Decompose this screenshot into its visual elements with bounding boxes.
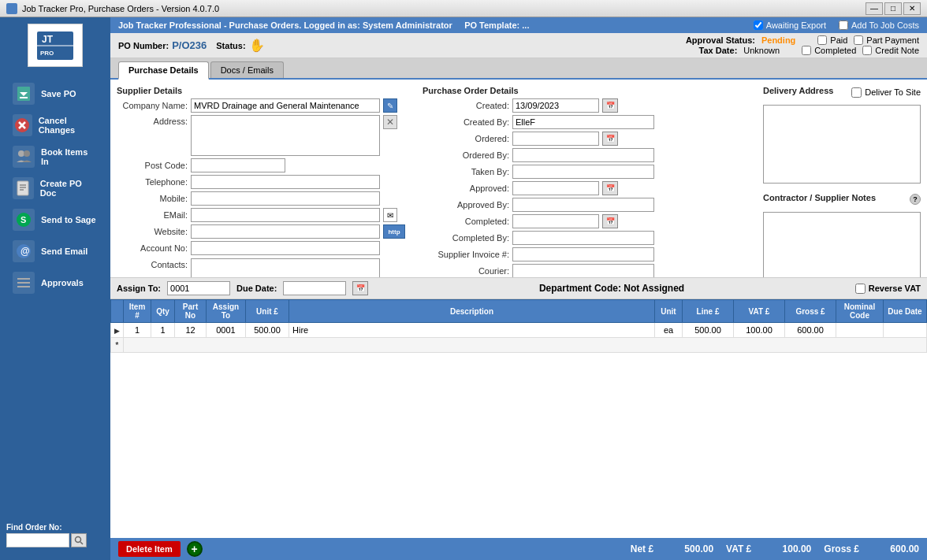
maximize-button[interactable]: □ [884,2,902,15]
taken-by-input[interactable] [512,165,654,179]
tab-purchase-details[interactable]: Purchase Details [118,61,209,80]
mobile-input[interactable] [191,191,380,206]
assign-to-label: Assign To: [117,284,161,293]
sidebar-item-sage[interactable]: S Send to Sage [8,206,102,234]
row-assign: 0001 [207,323,246,338]
add-to-job-costs-checkbox[interactable] [839,20,848,30]
reverse-vat-group: Reverse VAT [855,284,921,294]
completed-by-input[interactable] [512,231,654,245]
courier-input[interactable] [512,264,654,277]
clear-address-icon[interactable]: ✕ [383,115,397,129]
footer-bar: Delete Item + Net £ 500.00 VAT £ 100.00 … [110,538,927,560]
created-input[interactable] [512,98,599,113]
svg-rect-22 [17,286,30,287]
title-bar: Job Tracker Pro, Purchase Orders - Versi… [0,0,927,17]
row-description: Hire [289,323,655,338]
telephone-input[interactable] [191,175,380,189]
sidebar-label-sage: Send to Sage [41,215,96,224]
approved-by-label: Approved By: [423,200,509,210]
deliver-to-site-checkbox[interactable] [851,87,862,98]
sage-icon: S [13,209,35,231]
dept-code-label: Department Code: Not Assigned [374,283,848,294]
sidebar-item-cancel[interactable]: Cancel Changes [8,111,102,139]
postcode-input[interactable] [191,158,285,172]
minimize-button[interactable]: — [866,2,883,15]
postcode-label: Post Code: [117,161,188,170]
sidebar-item-approvals[interactable]: Approvals [8,269,102,297]
sidebar-item-save-po[interactable]: Save PO [8,80,102,108]
svg-line-24 [80,542,83,544]
find-order-button[interactable] [71,533,87,547]
delete-item-button[interactable]: Delete Item [118,541,181,557]
delivery-address-box[interactable] [763,105,921,184]
account-no-input[interactable] [191,241,380,255]
website-input[interactable] [191,224,380,239]
notes-box[interactable] [763,212,921,277]
edit-company-icon[interactable]: ✎ [383,98,397,113]
created-by-input[interactable] [512,115,654,129]
vat-value: 100.00 [764,543,811,554]
approved-label: Approved: [423,184,509,193]
svg-text:S: S [20,215,26,224]
completed-label: Completed: [423,217,509,226]
approved-cal-button[interactable]: 📅 [602,181,618,195]
sidebar-label-approvals: Approvals [41,278,84,287]
row-arrow: ▶ [111,323,124,338]
paid-checkbox[interactable] [817,35,827,45]
status-label: Status: [216,41,245,50]
awaiting-export-group: Awaiting Export [754,20,826,30]
save-po-icon [13,83,35,105]
tab-bar: Purchase Details Docs / Emails [110,58,927,80]
completed-by-label: Completed By: [423,233,509,243]
find-order-input[interactable] [6,533,69,547]
due-date-input[interactable] [283,281,346,295]
email-input[interactable] [191,208,380,222]
sidebar-item-send-email[interactable]: @ Send Email [8,237,102,265]
credit-note-checkbox[interactable] [862,46,872,55]
content-area: Job Tracker Professional - Purchase Orde… [110,17,927,560]
company-name-input[interactable] [191,98,380,113]
completed-input[interactable] [512,214,599,228]
sidebar-label-send-email: Send Email [41,247,87,256]
due-date-cal-button[interactable]: 📅 [352,281,368,295]
awaiting-export-checkbox[interactable] [754,20,763,30]
svg-point-23 [76,537,81,543]
notes-help-button[interactable]: ? [910,194,921,205]
http-icon[interactable]: http [383,224,405,239]
col-vat: VAT £ [734,300,785,323]
reverse-vat-checkbox[interactable] [855,284,866,294]
row-qty: 1 [151,323,175,338]
approvals-icon [13,272,35,294]
completed-cal-button[interactable]: 📅 [602,214,618,228]
gross-value: 600.00 [872,543,919,554]
find-order-label: Find Order No: [6,523,104,532]
tab-docs-emails[interactable]: Docs / Emails [210,61,284,78]
close-button[interactable]: ✕ [903,2,921,15]
table-row[interactable]: ▶ 1 1 12 0001 500.00 Hire ea 500.00 100.… [111,323,927,338]
sidebar-item-book-items[interactable]: Book Items In [8,143,102,171]
assign-to-input[interactable] [167,281,230,295]
approved-input[interactable] [512,181,599,195]
sidebar-item-create-po[interactable]: Create PO Doc [8,174,102,202]
deliver-to-site-label: Deliver To Site [865,87,921,97]
create-po-icon [13,177,34,199]
sidebar-label-book-items: Book Items In [41,147,98,166]
send-email-icon[interactable]: ✉ [383,208,397,222]
po-table: Item # Qty Part No Assign To Unit £ Desc… [110,299,927,353]
row-gross: 600.00 [785,323,836,338]
contacts-input[interactable] [191,258,380,277]
ordered-cal-button[interactable]: 📅 [602,132,618,146]
address-input[interactable] [191,115,380,156]
title-bar-title: Job Tracker Pro, Purchase Orders - Versi… [6,3,219,14]
ordered-input[interactable] [512,132,599,146]
supplier-inv-input[interactable] [512,247,654,261]
created-cal-button[interactable]: 📅 [602,98,618,113]
part-payment-checkbox[interactable] [854,35,863,45]
supplier-inv-label: Supplier Invoice #: [423,250,509,259]
approved-by-input[interactable] [512,198,654,212]
company-name-label: Company Name: [117,101,188,110]
ordered-by-input[interactable] [512,148,654,162]
add-row-button[interactable]: + [187,541,203,557]
completed-checkbox[interactable] [802,46,811,55]
svg-rect-20 [17,278,30,280]
